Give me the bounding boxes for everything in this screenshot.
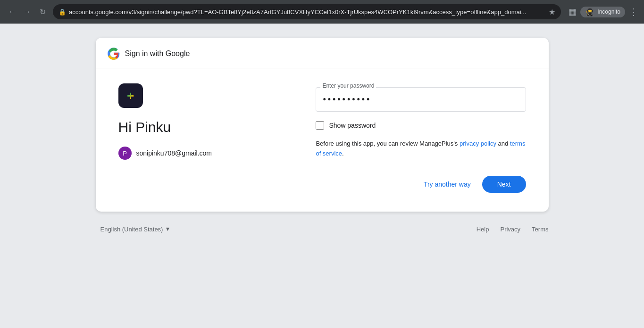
- refresh-button[interactable]: ↻: [36, 5, 49, 18]
- password-label: Enter your password: [320, 82, 376, 89]
- incognito-icon: 🥷: [585, 8, 594, 16]
- try-another-button[interactable]: Try another way: [416, 176, 478, 193]
- greeting-text: Hi Pinku: [118, 119, 293, 135]
- actions-row: Try another way Next: [316, 176, 526, 193]
- browser-chrome: ← → ↻ 🔒 accounts.google.com/v3/signin/ch…: [0, 0, 644, 24]
- password-input-container: [316, 87, 526, 112]
- terms-footer-link[interactable]: Terms: [532, 226, 548, 233]
- forward-button[interactable]: →: [21, 5, 34, 18]
- language-selector[interactable]: English (United States) ▼: [96, 223, 176, 236]
- address-bar[interactable]: 🔒 accounts.google.com/v3/signin/challeng…: [53, 4, 561, 19]
- dropdown-arrow-icon: ▼: [165, 226, 170, 232]
- user-info: P sonipinku708@gmail.com: [118, 147, 293, 160]
- privacy-end: .: [342, 150, 344, 157]
- bookmark-icon: ★: [549, 8, 555, 16]
- google-logo: [107, 47, 120, 60]
- privacy-text-before: Before using this app, you can review Ma…: [316, 140, 460, 147]
- privacy-policy-link[interactable]: privacy policy: [460, 140, 496, 147]
- left-section: + Hi Pinku P sonipinku708@gmail.com: [118, 83, 293, 193]
- signin-title: Sign in with Google: [125, 49, 190, 58]
- incognito-badge: 🥷 Incognito: [580, 7, 625, 17]
- help-link[interactable]: Help: [477, 226, 489, 233]
- tab-strip-icon[interactable]: ▦: [569, 7, 577, 17]
- browser-menu-button[interactable]: ⋮: [629, 6, 638, 17]
- card-body: + Hi Pinku P sonipinku708@gmail.com Ente…: [96, 68, 549, 212]
- signin-card: Sign in with Google + Hi Pinku P sonipin…: [96, 38, 549, 212]
- lock-icon: 🔒: [59, 8, 66, 16]
- card-header: Sign in with Google: [96, 38, 549, 68]
- page-background: Sign in with Google + Hi Pinku P sonipin…: [0, 24, 644, 328]
- avatar-initial: P: [123, 150, 127, 157]
- page-footer: English (United States) ▼ Help Privacy T…: [96, 215, 549, 243]
- email-text: sonipinku708@gmail.com: [136, 149, 212, 157]
- app-plus-icon: +: [127, 89, 134, 103]
- back-button[interactable]: ←: [6, 5, 19, 18]
- show-password-checkbox[interactable]: [316, 121, 324, 130]
- language-label: English (United States): [100, 226, 163, 233]
- privacy-footer-link[interactable]: Privacy: [500, 226, 520, 233]
- browser-actions: ▦ 🥷 Incognito ⋮: [569, 6, 638, 17]
- show-password-label[interactable]: Show password: [329, 122, 376, 129]
- app-icon: +: [118, 83, 143, 108]
- next-button[interactable]: Next: [482, 176, 526, 193]
- password-field-wrapper: Enter your password: [316, 87, 526, 112]
- privacy-notice: Before using this app, you can review Ma…: [316, 139, 526, 159]
- footer-links: Help Privacy Terms: [477, 226, 549, 233]
- url-text: accounts.google.com/v3/signin/challenge/…: [69, 8, 546, 16]
- nav-buttons: ← → ↻: [6, 5, 49, 18]
- incognito-label: Incognito: [597, 8, 620, 15]
- avatar: P: [118, 147, 132, 160]
- privacy-and: and: [496, 140, 510, 147]
- password-input[interactable]: [323, 95, 519, 105]
- right-section: Enter your password Show password Before…: [316, 83, 526, 193]
- show-password-row: Show password: [316, 121, 526, 130]
